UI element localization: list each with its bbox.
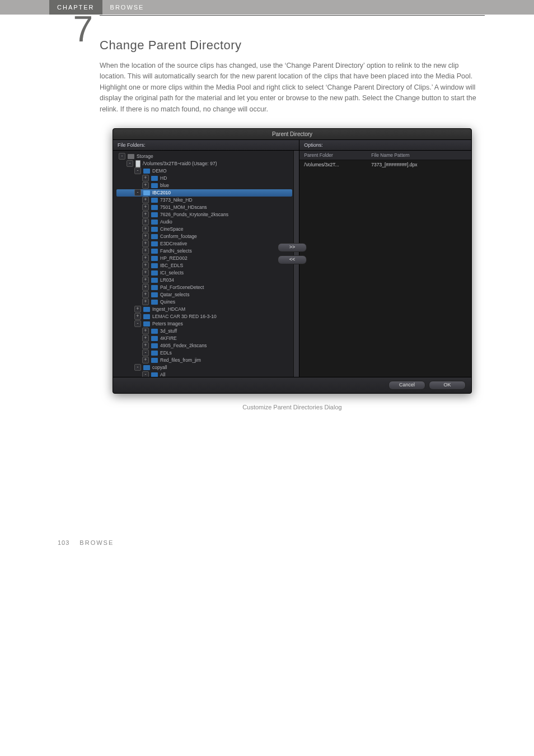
expand-icon[interactable]: + xyxy=(134,313,141,320)
expand-icon[interactable]: + xyxy=(142,291,149,298)
tree-row-label: Storage xyxy=(137,153,153,159)
expand-icon[interactable]: + xyxy=(142,342,149,349)
expand-icon[interactable]: + xyxy=(142,298,149,305)
tree-row[interactable]: +IBC_EDLS xyxy=(116,262,299,269)
expand-icon[interactable]: + xyxy=(142,197,149,203)
tree-row[interactable]: -DEMO xyxy=(116,167,299,175)
tree-row[interactable]: +FandN_selects xyxy=(116,248,299,255)
tree-row[interactable]: +HP_RED002 xyxy=(116,255,299,262)
tree-row-label: HD xyxy=(160,175,167,181)
expand-icon[interactable]: + xyxy=(142,328,149,334)
tree-row[interactable]: -EDLs xyxy=(116,349,299,357)
folder-icon xyxy=(151,234,158,239)
folder-icon xyxy=(151,205,158,210)
tree-row[interactable]: +E3DCreative xyxy=(116,240,299,248)
cancel-button[interactable]: Cancel xyxy=(388,381,425,390)
remove-button[interactable]: << xyxy=(278,255,307,264)
tree-row[interactable]: +LEMAC CAR 3D RED 16-3-10 xyxy=(116,313,299,320)
collapse-icon[interactable]: - xyxy=(119,153,125,160)
folder-icon xyxy=(151,351,158,356)
collapse-icon[interactable]: - xyxy=(134,320,141,327)
folder-icon xyxy=(151,300,158,305)
collapse-icon[interactable]: - xyxy=(127,160,133,167)
parent-directory-dialog: Parent Directory File Folders: -Storage-… xyxy=(113,128,472,394)
tree-row[interactable]: +CineSpace xyxy=(116,226,299,233)
tree-row[interactable]: +Pal_ForSceneDetect xyxy=(116,284,299,291)
folder-icon xyxy=(151,183,158,188)
tree-row[interactable]: +Quines xyxy=(116,298,299,306)
folder-tree[interactable]: -Storage-/Volumes/3x2TB~raid0 (Usage: 97… xyxy=(113,151,299,377)
tree-row[interactable]: +LR034 xyxy=(116,277,299,284)
dialog-footer: Cancel OK xyxy=(113,377,471,393)
collapse-icon[interactable]: - xyxy=(134,189,141,196)
transfer-buttons: >> << xyxy=(278,243,307,264)
options-header: Parent Folder File Name Pattern xyxy=(299,151,471,160)
collapse-icon[interactable]: - xyxy=(142,349,149,356)
expand-icon[interactable]: + xyxy=(142,269,149,276)
tree-row[interactable]: -All xyxy=(116,371,299,377)
expand-icon[interactable]: + xyxy=(142,226,149,232)
options-header-parent-folder: Parent Folder xyxy=(304,152,371,158)
folder-icon xyxy=(151,372,158,377)
expand-icon[interactable]: + xyxy=(142,357,149,363)
tree-row[interactable]: -Storage xyxy=(116,153,299,160)
tree-row[interactable]: +7373_Nike_HD xyxy=(116,197,299,204)
collapse-icon[interactable]: - xyxy=(134,167,141,174)
tree-row[interactable]: +ICI_selects xyxy=(116,269,299,277)
expand-icon[interactable]: + xyxy=(142,211,149,218)
options-row-parent-folder: /Volumes/3x2T... xyxy=(304,162,371,167)
tree-row-label: ICI_selects xyxy=(160,270,184,276)
tree-row[interactable]: +Red_files_from_jim xyxy=(116,357,299,364)
tree-row[interactable]: +4905_Fedex_2kscans xyxy=(116,342,299,349)
tree-row[interactable]: +7626_Ponds_Krytonite_2kscans xyxy=(116,211,299,218)
body-paragraph: When the location of the source clips ha… xyxy=(100,60,485,115)
tree-row[interactable]: +7501_MOM_HDscans xyxy=(116,204,299,211)
folder-icon xyxy=(151,198,158,203)
add-button[interactable]: >> xyxy=(278,243,307,252)
figure-caption: Customize Parent Directories Dialog xyxy=(100,404,485,410)
tree-row[interactable]: -Peters Images xyxy=(116,320,299,328)
tree-row[interactable]: +3d_stuff xyxy=(116,328,299,335)
tree-row[interactable]: +Conform_footage xyxy=(116,233,299,240)
expand-icon[interactable]: + xyxy=(142,175,149,181)
tree-row[interactable]: +blue xyxy=(116,182,299,189)
tree-row-label: 4KFIRE xyxy=(160,335,177,341)
tree-row[interactable]: +HD xyxy=(116,175,299,182)
tree-row[interactable]: -/Volumes/3x2TB~raid0 (Usage: 97) xyxy=(116,160,299,167)
tree-row[interactable]: +4KFIRE xyxy=(116,335,299,342)
tree-row-label: 4905_Fedex_2kscans xyxy=(160,343,207,348)
tree-row[interactable]: -IBC2010 xyxy=(116,189,292,197)
folder-icon xyxy=(143,321,150,326)
tree-row-label: Conform_footage xyxy=(160,234,197,239)
folder-icon xyxy=(151,212,158,217)
tree-row[interactable]: +Ingest_HDCAM xyxy=(116,306,299,313)
collapse-icon[interactable]: - xyxy=(142,371,149,377)
expand-icon[interactable]: + xyxy=(142,240,149,247)
page-footer: 103 BROWSE xyxy=(0,539,534,568)
tree-row-label: Red_files_from_jim xyxy=(160,357,201,363)
tree-row-label: IBC2010 xyxy=(152,190,171,195)
expand-icon[interactable]: + xyxy=(142,277,149,283)
folder-icon xyxy=(143,307,150,312)
dialog-title: Parent Directory xyxy=(113,129,471,140)
ok-button[interactable]: OK xyxy=(429,381,466,390)
tree-row-label: LR034 xyxy=(160,277,174,283)
tree-row-label: 7501_MOM_HDscans xyxy=(160,204,207,210)
collapse-icon[interactable]: - xyxy=(134,364,141,371)
options-row[interactable]: /Volumes/3x2T... 7373_[########].dpx xyxy=(299,160,471,169)
expand-icon[interactable]: + xyxy=(142,204,149,211)
expand-icon[interactable]: + xyxy=(142,182,149,189)
expand-icon[interactable]: + xyxy=(134,306,141,312)
expand-icon[interactable]: + xyxy=(142,255,149,262)
expand-icon[interactable]: + xyxy=(142,284,149,291)
tree-row[interactable]: +Audio xyxy=(116,218,299,226)
expand-icon[interactable]: + xyxy=(142,233,149,240)
expand-icon[interactable]: + xyxy=(142,262,149,269)
folder-icon xyxy=(143,365,150,370)
expand-icon[interactable]: + xyxy=(142,248,149,254)
expand-icon[interactable]: + xyxy=(142,335,149,342)
tree-row[interactable]: -copyall xyxy=(116,364,299,371)
expand-icon[interactable]: + xyxy=(142,218,149,225)
folder-icon xyxy=(151,227,158,232)
tree-row[interactable]: +Qatar_selects xyxy=(116,291,299,298)
